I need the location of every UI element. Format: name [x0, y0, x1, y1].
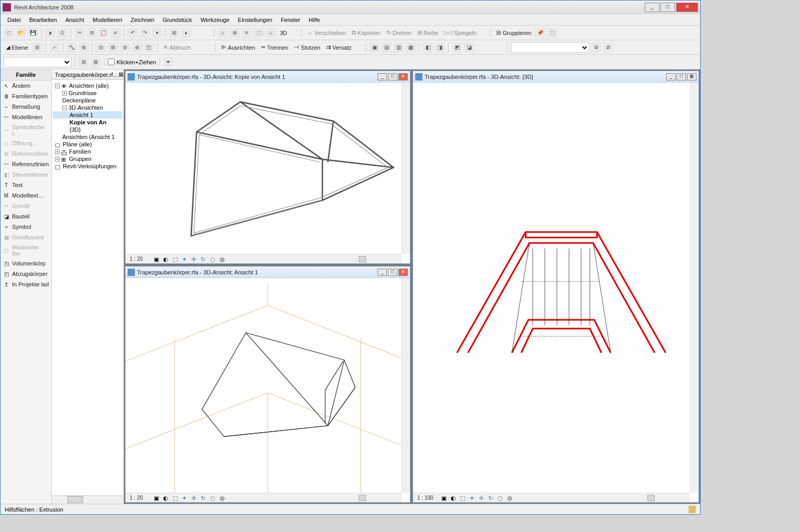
saveall-icon[interactable]: ∎: [45, 28, 55, 38]
close-button[interactable]: ✕: [676, 3, 698, 12]
view-titlebar[interactable]: Trapezgaubenkörper.rfa - 3D-Ansicht: {3D…: [413, 71, 699, 83]
scale-label[interactable]: 1 : 100: [417, 495, 438, 501]
model-graphics-icon[interactable]: ▣: [154, 495, 160, 501]
view-close-button[interactable]: ✕: [398, 269, 408, 276]
tool-d-icon[interactable]: ▦: [405, 42, 416, 53]
nav1-icon[interactable]: ✦: [182, 495, 188, 501]
design-item-reflinien[interactable]: 〰Referenzlinien: [1, 159, 51, 169]
menu-modellieren[interactable]: Modellieren: [89, 16, 126, 24]
tree-node[interactable]: +Grundrisse: [53, 89, 122, 97]
move-button[interactable]: ↔ Verschieben: [305, 30, 348, 36]
titlebar[interactable]: Revit Architecture 2008 _ □ ✕: [1, 1, 700, 14]
expander-icon[interactable]: −: [62, 106, 67, 110]
menu-grundstueck[interactable]: Grundstück: [159, 16, 196, 24]
save-icon[interactable]: 💾: [28, 28, 38, 38]
match-icon[interactable]: ≡: [110, 28, 121, 38]
abbruch-button[interactable]: ✕ Abbruch: [161, 44, 193, 51]
grid-icon[interactable]: ⊞: [32, 42, 42, 53]
design-item-bauteil[interactable]: ◪Bauteil: [1, 211, 51, 222]
vscroll[interactable]: [402, 83, 410, 254]
opt-b-icon[interactable]: ⊠: [90, 57, 101, 67]
expander-icon[interactable]: +: [55, 157, 60, 161]
ausrichten-button[interactable]: ⊫ Ausrichten: [219, 44, 257, 51]
ebene-button[interactable]: ◢ Ebene: [4, 44, 30, 51]
view-max-button[interactable]: □: [388, 73, 397, 80]
menu-datei[interactable]: Datei: [4, 16, 25, 24]
view-min-button[interactable]: _: [666, 73, 676, 80]
filter-b-icon[interactable]: ⇵: [603, 42, 613, 53]
join-icon[interactable]: ⊞: [108, 42, 118, 53]
view-min-button[interactable]: _: [378, 73, 387, 80]
browser-tab[interactable]: Trapezgaubenkörper.rf… ⊠: [52, 70, 123, 80]
design-item-abzug[interactable]: ◰Abzugskörper: [1, 269, 51, 279]
browser-tab-close-icon[interactable]: ⊠: [119, 71, 123, 78]
print-icon[interactable]: ⎙: [57, 28, 67, 38]
undo-drop-icon[interactable]: ▾: [152, 28, 162, 38]
view-close-button[interactable]: ⊠: [687, 73, 696, 80]
status-warning-icon[interactable]: [689, 506, 696, 513]
design-item-familientypen[interactable]: ≣Familientypen: [1, 91, 51, 101]
pin-icon[interactable]: 📌: [535, 28, 545, 38]
tool-c-icon[interactable]: ▥: [393, 42, 404, 53]
viewport[interactable]: 1 : 20 ▣ ◐ ⬚ ✦ ✢ ↻ ◌ ◎: [125, 278, 410, 502]
design-item-symbol[interactable]: ✧Symbol: [1, 222, 51, 232]
tool-h-icon[interactable]: ◪: [464, 42, 474, 53]
open-icon[interactable]: 📂: [16, 28, 26, 38]
nav2-icon[interactable]: ✢: [479, 495, 485, 501]
reveal-icon[interactable]: ◎: [220, 256, 226, 262]
tree-node[interactable]: Deckenpläne: [53, 97, 122, 104]
hide-icon[interactable]: ◌: [498, 495, 504, 501]
demolish-icon[interactable]: 🔨: [66, 42, 77, 53]
expander-icon[interactable]: +: [62, 91, 67, 96]
trennen-button[interactable]: ✂ Trennen: [259, 44, 291, 51]
section-box-icon[interactable]: ⬚: [254, 28, 264, 38]
rotate-button[interactable]: ↻ Drehen: [384, 29, 414, 36]
crop-icon[interactable]: ⬚: [173, 256, 179, 262]
zoom-region-icon[interactable]: ⌕: [218, 28, 228, 38]
tree-node[interactable]: Kopie von An: [53, 119, 122, 126]
scroll-thumb[interactable]: [67, 496, 83, 503]
split-icon[interactable]: ⊟: [96, 42, 106, 53]
tool-b-icon[interactable]: ▤: [381, 42, 392, 53]
menu-ansicht[interactable]: Ansicht: [62, 16, 88, 24]
crop-icon[interactable]: ⬚: [460, 495, 466, 501]
funnel-icon[interactable]: ⏷: [163, 57, 174, 67]
expander-icon[interactable]: −: [55, 84, 60, 88]
type-selector[interactable]: [511, 42, 589, 53]
view-titlebar[interactable]: Trapezgaubenkörper.rfa - 3D-Ansicht: Ans…: [125, 267, 410, 278]
shadow-icon[interactable]: ◐: [163, 495, 169, 501]
reveal-icon[interactable]: ◎: [507, 495, 513, 501]
tool-a-icon[interactable]: ▣: [369, 42, 380, 53]
nav3-icon[interactable]: ↻: [201, 256, 207, 262]
versatz-button[interactable]: ⇉ Versatz: [324, 44, 354, 51]
check-icon[interactable]: ✓: [49, 42, 60, 53]
menu-einstellungen[interactable]: Einstellungen: [234, 16, 276, 24]
reveal-icon[interactable]: ◎: [220, 495, 226, 501]
tree-node[interactable]: +⊞Gruppen: [53, 155, 122, 163]
shadow-icon[interactable]: ◐: [451, 495, 457, 501]
tool-f-icon[interactable]: ◨: [435, 42, 445, 53]
scale-label[interactable]: 1 : 20: [130, 495, 151, 501]
view-max-button[interactable]: □: [677, 73, 686, 80]
menu-fenster[interactable]: Fenster: [277, 16, 304, 24]
menu-zeichnen[interactable]: Zeichnen: [127, 16, 158, 24]
design-item-text[interactable]: TText: [1, 180, 51, 190]
design-item-bemassung[interactable]: ↔Bemaßung: [1, 101, 51, 112]
design-item-modelllinien[interactable]: 〰Modelllinien: [1, 112, 51, 122]
maximize-button[interactable]: □: [660, 3, 675, 12]
undo-icon[interactable]: ↶: [128, 28, 138, 38]
copy-button[interactable]: ⧉ Kopieren: [350, 29, 383, 36]
view-titlebar[interactable]: Trapezgaubenkörper.rfa - 3D-Ansicht: Kop…: [125, 71, 410, 83]
paste-icon[interactable]: 📋: [98, 28, 109, 38]
zoom-fit-icon[interactable]: ⊕: [230, 28, 240, 38]
hscroll-thumb[interactable]: [359, 495, 366, 501]
tree-node[interactable]: +凸Familien: [53, 148, 122, 155]
crop-icon[interactable]: ⬚: [173, 495, 179, 501]
tree-node[interactable]: ▢Revit-Verknüpfungen: [53, 163, 122, 170]
cut-icon[interactable]: ✂: [74, 28, 85, 38]
view-close-button[interactable]: ✕: [398, 73, 408, 80]
design-item-volumen[interactable]: ◳Volumenkörp: [1, 258, 51, 269]
minimize-button[interactable]: _: [645, 3, 659, 12]
tree-node[interactable]: {3D}: [53, 126, 122, 133]
vscroll[interactable]: [402, 278, 410, 493]
